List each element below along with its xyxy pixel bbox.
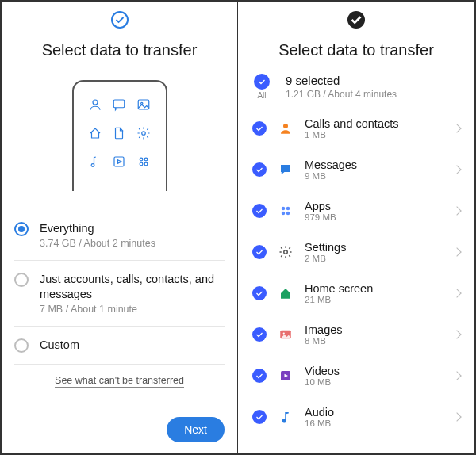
chevron-right-icon: [452, 289, 461, 297]
category-size: 21 MB: [305, 295, 443, 304]
video-icon: [278, 368, 294, 384]
home-icon: [88, 126, 102, 143]
category-size: 16 MB: [305, 419, 443, 428]
apps-grid-icon: [136, 155, 151, 172]
category-row[interactable]: Settings 2 MB: [238, 231, 474, 273]
page-title-left: Select data to transfer: [42, 41, 198, 59]
svg-point-12: [282, 207, 286, 211]
chevron-right-icon: [452, 412, 461, 421]
svg-point-18: [283, 332, 285, 334]
category-title: Videos: [305, 365, 443, 377]
svg-point-13: [286, 207, 290, 211]
image-icon: [278, 327, 294, 342]
category-checkbox[interactable]: [252, 410, 267, 424]
category-title: Audio: [305, 406, 443, 419]
svg-point-11: [283, 124, 288, 128]
category-checkbox[interactable]: [252, 369, 267, 383]
category-title: Apps: [305, 200, 443, 212]
svg-rect-1: [114, 100, 125, 108]
chevron-right-icon: [452, 247, 461, 256]
category-row[interactable]: Videos 10 MB: [238, 355, 474, 396]
category-checkbox[interactable]: [252, 327, 267, 342]
check-circle-outline-icon: [111, 11, 129, 29]
category-title: Calls and contacts: [305, 117, 443, 130]
music-icon: [88, 155, 102, 172]
transfer-mode-options: Everything 3.74 GB / About 2 minutes Jus…: [2, 210, 237, 387]
audio-icon: [278, 409, 294, 425]
category-size: 8 MB: [305, 336, 443, 346]
person-icon: [88, 98, 102, 115]
svg-rect-2: [138, 100, 149, 109]
svg-point-4: [142, 132, 146, 136]
radio-button[interactable]: [14, 338, 29, 353]
radio-button[interactable]: [14, 273, 29, 287]
svg-point-10: [144, 162, 148, 166]
play-icon: [112, 155, 126, 172]
category-size: 979 MB: [305, 212, 443, 222]
option-title: Just accounts, calls, contacts, and mess…: [40, 272, 225, 302]
option-subtitle: 7 MB / About 1 minute: [40, 304, 225, 315]
category-row[interactable]: Calls and contacts 1 MB: [238, 108, 474, 149]
check-circle-filled-icon: [347, 11, 365, 29]
next-button[interactable]: Next: [167, 417, 225, 442]
file-icon: [112, 126, 126, 143]
category-size: 2 MB: [305, 254, 443, 263]
category-title: Home screen: [305, 282, 443, 295]
category-row[interactable]: Audio 16 MB: [238, 396, 474, 438]
header-right: Select data to transfer: [238, 2, 474, 66]
gear-icon: [278, 244, 294, 260]
category-row[interactable]: Apps 979 MB: [238, 190, 474, 231]
category-size: 10 MB: [305, 377, 443, 387]
cannot-transfer-link[interactable]: See what can't be transferred: [14, 365, 225, 387]
phone-illustration: [2, 66, 237, 210]
option-everything[interactable]: Everything 3.74 GB / About 2 minutes: [14, 210, 225, 261]
svg-point-14: [282, 212, 286, 216]
option-title: Everything: [40, 221, 155, 236]
chevron-right-icon: [452, 371, 461, 380]
option-basic[interactable]: Just accounts, calls, contacts, and mess…: [14, 261, 225, 327]
svg-point-9: [140, 162, 143, 166]
chevron-right-icon: [452, 330, 461, 338]
link-text: See what can't be transferred: [55, 375, 184, 388]
svg-point-15: [286, 212, 290, 216]
svg-point-16: [284, 250, 288, 254]
all-label: All: [257, 91, 266, 100]
category-checkbox[interactable]: [252, 204, 267, 218]
category-checkbox[interactable]: [252, 121, 267, 136]
chat-icon: [112, 98, 126, 115]
category-checkbox[interactable]: [252, 162, 267, 177]
category-title: Settings: [305, 241, 443, 254]
header-left: Select data to transfer: [2, 2, 237, 66]
select-all-checkbox[interactable]: [254, 74, 270, 90]
category-checkbox[interactable]: [252, 286, 267, 300]
message-icon: [278, 162, 294, 178]
chevron-right-icon: [452, 124, 461, 132]
image-icon: [136, 98, 151, 115]
summary-subtitle: 1.21 GB / About 4 minutes: [286, 89, 397, 100]
apps-icon: [278, 203, 294, 219]
selected-count: 9 selected: [286, 74, 397, 87]
select-all-row[interactable]: All 9 selected 1.21 GB / About 4 minutes: [238, 66, 474, 108]
chevron-right-icon: [452, 165, 461, 174]
gear-icon: [136, 126, 151, 143]
category-list: Calls and contacts 1 MB Messages 9 MB Ap…: [238, 108, 474, 438]
svg-point-8: [144, 158, 148, 161]
category-size: 1 MB: [305, 130, 443, 140]
contact-icon: [278, 120, 294, 136]
svg-point-7: [140, 158, 143, 161]
option-custom[interactable]: Custom: [14, 327, 225, 365]
category-row[interactable]: Images 8 MB: [238, 314, 474, 355]
category-row[interactable]: Home screen 21 MB: [238, 273, 474, 314]
screen-select-categories: Select data to transfer All 9 selected 1…: [238, 2, 474, 453]
radio-button[interactable]: [14, 222, 29, 236]
svg-point-0: [93, 100, 98, 105]
option-subtitle: 3.74 GB / About 2 minutes: [40, 238, 155, 249]
category-checkbox[interactable]: [252, 245, 267, 259]
page-title-right: Select data to transfer: [278, 41, 434, 59]
chevron-right-icon: [452, 206, 461, 215]
category-title: Images: [305, 323, 443, 336]
option-title: Custom: [40, 338, 79, 353]
category-title: Messages: [305, 159, 443, 171]
category-row[interactable]: Messages 9 MB: [238, 149, 474, 190]
svg-point-5: [91, 164, 94, 167]
